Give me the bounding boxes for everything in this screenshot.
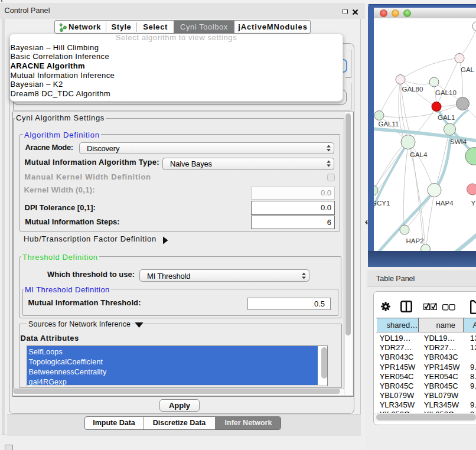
svg-text:HAP2: HAP2: [406, 237, 424, 244]
svg-text:GCY1: GCY1: [374, 200, 390, 207]
svg-text:GAL: GAL: [461, 66, 475, 73]
svg-text:SWI4: SWI4: [450, 138, 467, 145]
svg-text:GAL4: GAL4: [410, 151, 428, 158]
svg-text:GAL1: GAL1: [438, 114, 455, 121]
svg-text:GAL11: GAL11: [379, 120, 399, 128]
svg-text:HAP4: HAP4: [436, 200, 454, 207]
svg-text:GAL80: GAL80: [402, 86, 423, 93]
svg-text:GAL10: GAL10: [435, 89, 457, 96]
svg-text:Y: Y: [471, 200, 476, 207]
